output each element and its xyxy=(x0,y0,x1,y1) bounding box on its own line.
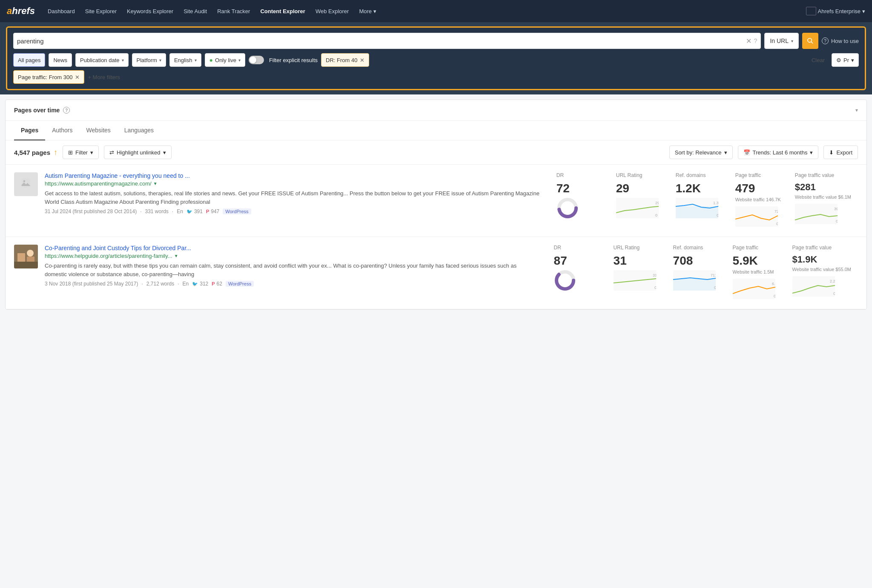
search-input-wrap: ✕ ? xyxy=(13,33,761,49)
nav-dashboard[interactable]: Dashboard xyxy=(43,6,79,17)
export-button[interactable]: ⬇ Export xyxy=(823,146,858,159)
svg-text:397: 397 xyxy=(834,207,838,211)
thumbnail-image xyxy=(14,245,38,268)
filter-all-pages[interactable]: All pages xyxy=(13,53,45,67)
result-lang: En xyxy=(183,281,189,287)
chevron-down-icon[interactable]: ▾ xyxy=(855,107,858,113)
svg-rect-2 xyxy=(22,179,31,188)
search-button[interactable] xyxy=(802,33,818,49)
result-thumbnail xyxy=(14,245,38,268)
calendar-icon: 📅 xyxy=(743,149,750,156)
filter-icon: ⊞ xyxy=(68,149,73,156)
tab-pages[interactable]: Pages xyxy=(14,121,45,140)
check-circle-icon: ● xyxy=(209,57,213,63)
tab-authors[interactable]: Authors xyxy=(45,121,79,140)
monitor-icon[interactable] xyxy=(806,7,816,15)
result-title[interactable]: Autism Parenting Magazine - everything y… xyxy=(45,172,543,179)
result-dot: · xyxy=(178,281,179,287)
tab-websites[interactable]: Websites xyxy=(80,121,118,140)
remove-dr-filter-icon[interactable]: ✕ xyxy=(360,57,364,63)
search-input[interactable] xyxy=(17,37,746,45)
pages-count: 4,547 pages xyxy=(14,149,50,156)
nav-keywords-explorer[interactable]: Keywords Explorer xyxy=(123,6,178,17)
filter-only-live[interactable]: ● Only live ▾ xyxy=(205,53,245,67)
twitter-icon: 🐦 xyxy=(192,281,198,287)
filter-english[interactable]: English ▾ xyxy=(169,53,201,67)
nav-site-explorer[interactable]: Site Explorer xyxy=(81,6,121,17)
pr-button[interactable]: ⚙ Pr ▾ xyxy=(832,53,859,67)
filter-news[interactable]: News xyxy=(49,53,72,67)
nav-web-explorer[interactable]: Web Explorer xyxy=(311,6,353,17)
svg-rect-30 xyxy=(673,279,716,291)
chevron-down-icon: ▾ xyxy=(791,39,793,43)
remove-traffic-filter-icon[interactable]: ✕ xyxy=(75,74,80,80)
pinterest-icon: P xyxy=(206,209,209,214)
result-content: Autism Parenting Magazine - everything y… xyxy=(45,172,543,214)
result-pinterest: P 62 xyxy=(212,281,222,287)
svg-point-3 xyxy=(23,180,26,183)
navigation: ahrefs Dashboard Site Explorer Keywords … xyxy=(0,0,872,22)
result-metrics: DR 87 URL Rating 31 31 0 xyxy=(547,245,858,301)
chevron-down-icon: ▾ xyxy=(810,149,813,156)
result-dot: · xyxy=(172,208,173,214)
chevron-down-icon: ▾ xyxy=(90,149,93,156)
metric-ref-domains: Ref. domains 1.2K 1.3K 0 xyxy=(669,172,729,229)
chevron-down-icon: ▾ xyxy=(862,8,865,14)
result-platform-tag[interactable]: WordPress xyxy=(226,281,254,287)
result-url[interactable]: https://www.helpguide.org/articles/paren… xyxy=(45,253,540,259)
search-help-icon[interactable]: ? xyxy=(754,37,757,44)
filter-platform[interactable]: Platform ▾ xyxy=(132,53,166,67)
more-filters-button[interactable]: + More filters xyxy=(88,74,120,80)
result-url[interactable]: https://www.autismparentingmagazine.com/… xyxy=(45,180,543,187)
svg-text:6.7K: 6.7K xyxy=(772,282,775,286)
metric-dr: DR 87 xyxy=(547,245,607,301)
chevron-down-icon: ▾ xyxy=(122,58,124,63)
how-to-link[interactable]: ? How to use xyxy=(822,37,859,44)
trends-button[interactable]: 📅 Trends: Last 6 months ▾ xyxy=(738,146,819,159)
logo[interactable]: ahrefs xyxy=(7,6,35,17)
metric-traffic-value: Page traffic value $1.9K Website traffic… xyxy=(786,245,858,301)
clear-filters-button[interactable]: Clear xyxy=(808,55,828,66)
nav-rank-tracker[interactable]: Rank Tracker xyxy=(213,6,254,17)
result-title[interactable]: Co-Parenting and Joint Custody Tips for … xyxy=(45,245,540,251)
result-words: 2,712 words xyxy=(146,281,174,287)
chevron-down-icon: ▾ xyxy=(195,58,197,63)
chevron-down-icon: ▾ xyxy=(851,57,854,63)
external-link-icon: ▼ xyxy=(153,181,158,186)
nav-content-explorer[interactable]: Content Explorer xyxy=(256,6,309,17)
search-icon xyxy=(807,37,814,44)
result-date: 31 Jul 2024 (first published 28 Oct 2014… xyxy=(45,208,137,214)
results-toolbar: 4,547 pages ↑ ⊞ Filter ▾ ⇄ Highlight unl… xyxy=(6,140,866,165)
pages-over-time-help-icon[interactable]: ? xyxy=(63,107,70,114)
nav-enterprise[interactable]: Ahrefs Enterprise ▾ xyxy=(818,8,865,14)
sort-by-button[interactable]: Sort by: Relevance ▾ xyxy=(669,146,733,159)
page-traffic-chart: 6.7K 0 xyxy=(733,278,775,300)
link-icon: ⇄ xyxy=(109,149,114,156)
svg-text:2.2K: 2.2K xyxy=(830,279,835,283)
result-platform-tag[interactable]: WordPress xyxy=(223,208,251,214)
ur-line-chart: 29 0 xyxy=(616,197,659,219)
chevron-down-icon: ▾ xyxy=(724,149,727,156)
filter-button[interactable]: ⊞ Filter ▾ xyxy=(63,146,99,159)
result-dot: · xyxy=(140,208,141,214)
metric-dr: DR 72 xyxy=(550,172,609,229)
dr-donut-chart xyxy=(554,269,576,291)
highlight-unlinked-button[interactable]: ⇄ Highlight unlinked ▾ xyxy=(104,146,172,159)
tab-languages[interactable]: Languages xyxy=(118,121,161,140)
filter-publication-date[interactable]: Publication date ▾ xyxy=(75,53,129,67)
search-mode-dropdown[interactable]: In URL ▾ xyxy=(764,33,799,49)
filter-explicit-label: Filter explicit results xyxy=(269,57,318,63)
nav-more[interactable]: More ▾ xyxy=(355,6,381,17)
clear-search-icon[interactable]: ✕ xyxy=(746,37,752,45)
result-dot: · xyxy=(141,281,143,287)
nav-site-audit[interactable]: Site Audit xyxy=(179,6,211,17)
svg-text:0: 0 xyxy=(655,213,657,217)
pages-over-time-title: Pages over time xyxy=(14,107,60,114)
svg-text:0: 0 xyxy=(714,285,716,290)
question-circle-icon: ? xyxy=(822,37,829,44)
filter-icon: ⚙ xyxy=(836,57,841,63)
filter-explicit-toggle[interactable] xyxy=(249,56,264,64)
table-row: Autism Parenting Magazine - everything y… xyxy=(6,165,866,237)
pages-over-time-section[interactable]: Pages over time ? ▾ xyxy=(6,100,866,121)
svg-text:0: 0 xyxy=(836,219,838,223)
